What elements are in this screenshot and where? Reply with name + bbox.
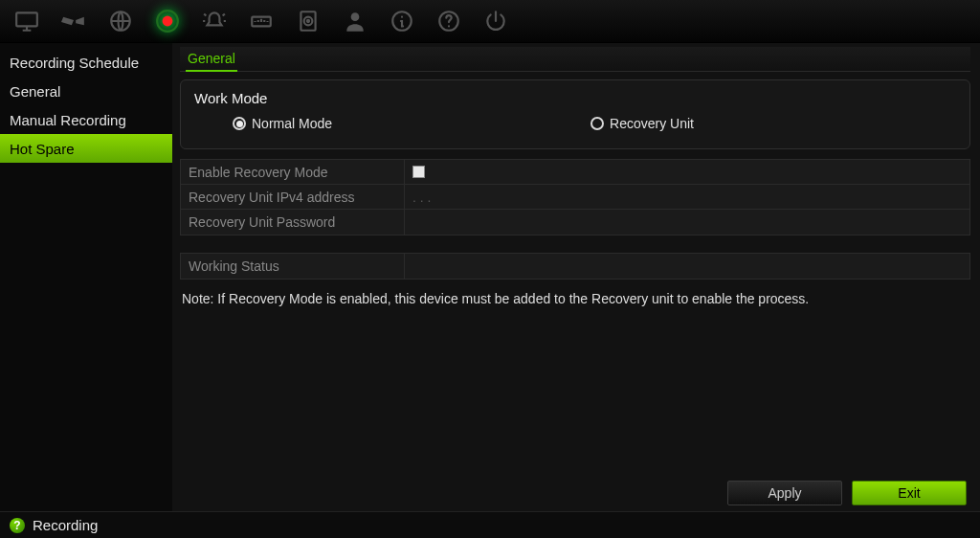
alarm-icon[interactable]: [197, 5, 231, 38]
status-bar: ? Recording: [0, 511, 980, 538]
camera-icon[interactable]: [56, 5, 90, 38]
user-icon[interactable]: [338, 5, 371, 38]
recovery-settings-grid: Enable Recovery Mode Recovery Unit IPv4 …: [180, 159, 970, 235]
radio-dot-icon: [590, 117, 604, 130]
note-text: Note: If Recovery Mode is enabled, this …: [180, 291, 970, 306]
button-bar: Apply Exit: [180, 475, 970, 511]
sidebar-item-general[interactable]: General: [0, 77, 172, 105]
record-icon[interactable]: [150, 5, 184, 38]
working-status-value: [405, 254, 969, 279]
tab-row: General: [180, 47, 970, 72]
radio-label: Normal Mode: [252, 116, 332, 131]
field-label: Enable Recovery Mode: [181, 160, 405, 184]
status-label: Recording: [33, 517, 98, 533]
radio-label: Recovery Unit: [610, 116, 694, 131]
button-label: Exit: [898, 485, 920, 501]
globe-icon[interactable]: [103, 5, 137, 38]
work-mode-panel: Work Mode Normal Mode Recovery Unit: [180, 79, 970, 149]
row-working-status: Working Status: [181, 254, 969, 279]
field-value: . . .: [412, 190, 431, 205]
power-icon[interactable]: [479, 5, 512, 38]
sidebar-item-label: Hot Spare: [10, 141, 75, 157]
field-label: Recovery Unit Password: [181, 210, 405, 235]
row-password: Recovery Unit Password: [181, 210, 969, 235]
svg-point-7: [306, 20, 308, 22]
top-toolbar: [0, 0, 980, 43]
disk-icon[interactable]: [291, 5, 324, 38]
tab-general[interactable]: General: [186, 47, 237, 72]
sidebar-item-label: Recording Schedule: [10, 55, 139, 71]
radio-recovery-unit[interactable]: Recovery Unit: [590, 116, 694, 131]
apply-button[interactable]: Apply: [727, 481, 842, 505]
svg-point-8: [350, 12, 359, 21]
svg-point-3: [162, 16, 172, 27]
work-mode-title: Work Mode: [194, 90, 956, 106]
enable-recovery-checkbox[interactable]: [412, 166, 425, 178]
sidebar-item-recording-schedule[interactable]: Recording Schedule: [0, 48, 172, 77]
sidebar-item-label: Manual Recording: [10, 112, 126, 128]
ipv4-input[interactable]: . . .: [405, 185, 969, 209]
row-ipv4: Recovery Unit IPv4 address . . .: [181, 185, 969, 210]
monitor-icon[interactable]: [10, 5, 43, 38]
radio-normal-mode[interactable]: Normal Mode: [233, 116, 332, 131]
field-label: Recovery Unit IPv4 address: [181, 185, 405, 209]
sidebar-item-label: General: [10, 83, 60, 100]
sidebar-item-hot-spare[interactable]: Hot Spare: [0, 134, 172, 163]
password-input[interactable]: [405, 210, 969, 235]
content-area: General Work Mode Normal Mode Recovery U…: [172, 43, 980, 511]
svg-rect-0: [16, 12, 37, 26]
sidebar: Recording Schedule General Manual Record…: [0, 43, 172, 511]
button-label: Apply: [768, 485, 801, 501]
tab-label: General: [188, 51, 235, 66]
exit-button[interactable]: Exit: [852, 481, 967, 505]
question-icon[interactable]: [432, 5, 465, 38]
speed-icon[interactable]: [244, 5, 278, 38]
sidebar-item-manual-recording[interactable]: Manual Recording: [0, 105, 172, 134]
field-label: Working Status: [181, 254, 405, 279]
radio-dot-icon: [233, 117, 246, 130]
working-status-grid: Working Status: [180, 253, 970, 280]
row-enable-recovery: Enable Recovery Mode: [181, 160, 969, 185]
help-icon[interactable]: ?: [10, 518, 25, 533]
info-icon[interactable]: [385, 5, 418, 38]
